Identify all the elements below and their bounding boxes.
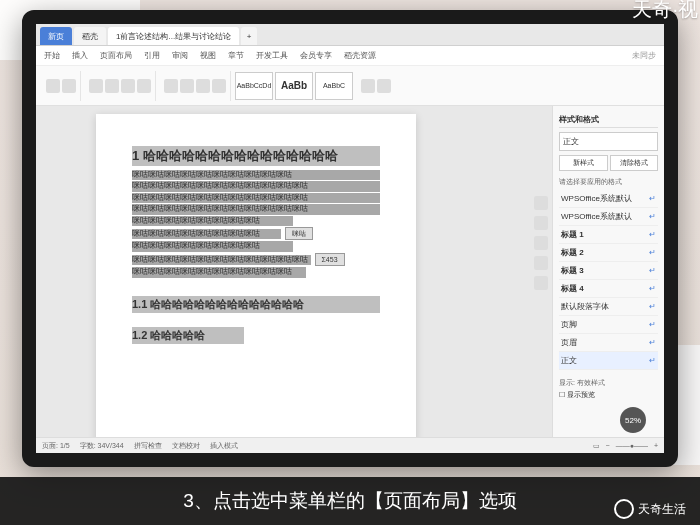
- style-item[interactable]: 标题 2↵: [559, 244, 658, 262]
- style-item[interactable]: 页眉↵: [559, 334, 658, 352]
- vtool-1-icon[interactable]: [534, 196, 548, 210]
- menu-insert[interactable]: 插入: [72, 50, 88, 61]
- menu-bar: 开始 插入 页面布局 引用 审阅 视图 章节 开发工具 会员专享 稻壳资源 未同…: [36, 46, 664, 66]
- menu-section[interactable]: 章节: [228, 50, 244, 61]
- cut-icon[interactable]: [62, 79, 76, 93]
- tab-document[interactable]: 1前言论述结构...结果与讨论结论: [108, 27, 239, 45]
- list-icon[interactable]: [212, 79, 226, 93]
- style-item[interactable]: 页脚↵: [559, 316, 658, 334]
- sync-status: 未同步: [632, 50, 656, 61]
- paragraph-block[interactable]: 咪咕咪咕咪咕咪咕咪咕咪咕咪咕咪咕咪咕咪咕 咪咕咪咕咪咕咪咕咪咕咪咕咪咕咪咕咪咕咪…: [132, 170, 380, 278]
- status-bar: 页面: 1/5 字数: 34V/344 拼写检查 文档校对 插入模式 ▭ − —…: [36, 437, 664, 453]
- menu-review[interactable]: 审阅: [172, 50, 188, 61]
- italic-icon[interactable]: [105, 79, 119, 93]
- align-center-icon[interactable]: [180, 79, 194, 93]
- align-right-icon[interactable]: [196, 79, 210, 93]
- style-item[interactable]: 标题 1↵: [559, 226, 658, 244]
- style-item[interactable]: 标题 4↵: [559, 280, 658, 298]
- float-tag[interactable]: 咪咕: [285, 227, 313, 240]
- style-heading2[interactable]: AaBbC: [315, 72, 353, 100]
- panel-footer: 显示: 有效样式: [559, 378, 658, 388]
- page[interactable]: 1 哈哈哈哈哈哈哈哈哈哈哈哈哈哈哈 咪咕咪咕咪咕咪咕咪咕咪咕咪咕咪咕咪咕咪咕 咪…: [96, 114, 416, 437]
- panel-title: 样式和格式: [559, 112, 658, 128]
- style-item[interactable]: WPSOffice系统默认↵: [559, 190, 658, 208]
- new-style-button[interactable]: 新样式: [559, 155, 608, 171]
- monitor-frame: 新页 稻壳 1前言论述结构...结果与讨论结论 + 开始 插入 页面布局 引用 …: [22, 10, 678, 467]
- clear-format-button[interactable]: 清除格式: [610, 155, 659, 171]
- vtool-4-icon[interactable]: [534, 256, 548, 270]
- ribbon-toolbar: AaBbCcDd AaBb AaBbC: [36, 66, 664, 106]
- bold-icon[interactable]: [89, 79, 103, 93]
- screen: 新页 稻壳 1前言论述结构...结果与讨论结论 + 开始 插入 页面布局 引用 …: [36, 24, 664, 453]
- style-item[interactable]: 正文↵: [559, 352, 658, 370]
- menu-devtools[interactable]: 开发工具: [256, 50, 288, 61]
- vtool-3-icon[interactable]: [534, 236, 548, 250]
- vtool-5-icon[interactable]: [534, 276, 548, 290]
- find-icon[interactable]: [361, 79, 375, 93]
- status-proof[interactable]: 文档校对: [172, 441, 200, 451]
- style-normal[interactable]: AaBbCcDd: [235, 72, 273, 100]
- formula-tag[interactable]: Σ453: [315, 253, 345, 266]
- align-left-icon[interactable]: [164, 79, 178, 93]
- workspace: 1 哈哈哈哈哈哈哈哈哈哈哈哈哈哈哈 咪咕咪咕咪咕咪咕咪咕咪咕咪咕咪咕咪咕咪咕 咪…: [36, 106, 664, 437]
- style-item[interactable]: 标题 3↵: [559, 262, 658, 280]
- menu-docer-res[interactable]: 稻壳资源: [344, 50, 376, 61]
- current-style-box[interactable]: 正文: [559, 132, 658, 151]
- zoom-in-icon[interactable]: +: [654, 442, 658, 449]
- menu-view[interactable]: 视图: [200, 50, 216, 61]
- tab-new[interactable]: 新页: [40, 27, 72, 45]
- heading-1-2[interactable]: 1.2 哈哈哈哈哈: [132, 327, 244, 344]
- watermark-bottom-right: 天奇生活: [614, 499, 686, 519]
- replace-icon[interactable]: [377, 79, 391, 93]
- menu-start[interactable]: 开始: [44, 50, 60, 61]
- tab-add[interactable]: +: [241, 27, 257, 45]
- menu-member[interactable]: 会员专享: [300, 50, 332, 61]
- zoom-slider[interactable]: ——●——: [616, 442, 648, 449]
- status-spell[interactable]: 拼写检查: [134, 441, 162, 451]
- style-heading1[interactable]: AaBb: [275, 72, 313, 100]
- paste-icon[interactable]: [46, 79, 60, 93]
- zoom-out-icon[interactable]: −: [606, 442, 610, 449]
- styles-panel: 样式和格式 正文 新样式 清除格式 请选择要应用的格式 WPSOffice系统默…: [552, 106, 664, 437]
- heading-1[interactable]: 1 哈哈哈哈哈哈哈哈哈哈哈哈哈哈哈: [132, 146, 380, 166]
- panel-subtitle: 请选择要应用的格式: [559, 177, 658, 187]
- style-item[interactable]: WPSOffice系统默认↵: [559, 208, 658, 226]
- view-mode-icon[interactable]: ▭: [593, 442, 600, 450]
- menu-reference[interactable]: 引用: [144, 50, 160, 61]
- document-area[interactable]: 1 哈哈哈哈哈哈哈哈哈哈哈哈哈哈哈 咪咕咪咕咪咕咪咕咪咕咪咕咪咕咪咕咪咕咪咕 咪…: [36, 106, 552, 437]
- watermark-top-right: 天奇·视: [632, 0, 698, 23]
- menu-page-layout[interactable]: 页面布局: [100, 50, 132, 61]
- show-preview-checkbox[interactable]: ☐ 显示预览: [559, 390, 658, 400]
- underline-icon[interactable]: [121, 79, 135, 93]
- style-gallery[interactable]: AaBbCcDd AaBb AaBbC: [235, 72, 353, 100]
- font-color-icon[interactable]: [137, 79, 151, 93]
- zoom-badge[interactable]: 52%: [620, 407, 646, 433]
- tab-docer[interactable]: 稻壳: [74, 27, 106, 45]
- caption-overlay: 3、点击选中菜单栏的【页面布局】选项: [0, 477, 700, 525]
- tab-bar: 新页 稻壳 1前言论述结构...结果与讨论结论 +: [36, 24, 664, 46]
- heading-1-1[interactable]: 1.1 哈哈哈哈哈哈哈哈哈哈哈哈哈哈: [132, 296, 380, 313]
- vertical-toolbar: [532, 192, 550, 294]
- status-words[interactable]: 字数: 34V/344: [80, 441, 124, 451]
- style-item[interactable]: 默认段落字体↵: [559, 298, 658, 316]
- status-page[interactable]: 页面: 1/5: [42, 441, 70, 451]
- status-insert[interactable]: 插入模式: [210, 441, 238, 451]
- vtool-2-icon[interactable]: [534, 216, 548, 230]
